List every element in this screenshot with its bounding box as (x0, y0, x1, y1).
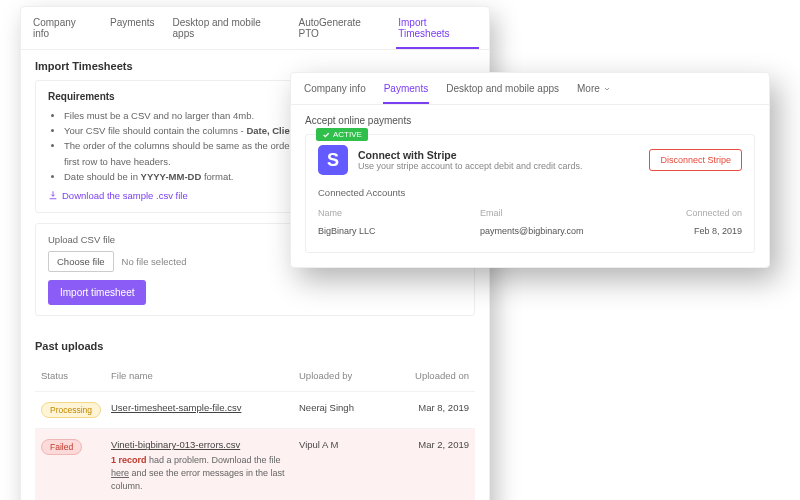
col-file: File name (111, 370, 299, 381)
col-status: Status (41, 370, 111, 381)
accounts-header: Name Email Connected on (318, 204, 742, 222)
check-icon (322, 131, 330, 139)
file-link[interactable]: Vineti-bigbinary-013-errors.csv (111, 439, 240, 450)
active-badge: ACTIVE (316, 128, 368, 141)
past-uploads-section: Past uploads Status File name Uploaded b… (21, 332, 489, 500)
no-file-text: No file selected (122, 256, 187, 267)
table-row: Processing User-timesheet-sample-file.cs… (35, 392, 475, 429)
tab-apps[interactable]: Desktop and mobile apps (171, 7, 283, 49)
import-timesheet-button[interactable]: Import timesheet (48, 280, 146, 305)
payments-panel: Company info Payments Desktop and mobile… (290, 72, 770, 268)
uploaded-on: Mar 8, 2019 (389, 402, 469, 413)
error-download-link[interactable]: here (111, 468, 129, 478)
tab-more[interactable]: More (576, 73, 612, 104)
col-email: Email (480, 208, 642, 218)
tab-apps[interactable]: Desktop and mobile apps (445, 73, 560, 104)
tabs: Company info Payments Desktop and mobile… (21, 7, 489, 50)
col-name: Name (318, 208, 480, 218)
error-message: 1 record had a problem. Download the fil… (111, 454, 299, 492)
stripe-row: S Connect with Stripe Use your stripe ac… (318, 145, 742, 175)
stripe-text: Connect with Stripe Use your stripe acco… (358, 149, 583, 171)
tab-company-info[interactable]: Company info (31, 7, 94, 49)
stripe-title: Connect with Stripe (358, 149, 583, 161)
accept-payments-heading: Accept online payments (305, 115, 755, 126)
tab-payments[interactable]: Payments (108, 7, 156, 49)
overlay-body: Accept online payments ACTIVE S Connect … (291, 105, 769, 267)
overlay-tabs: Company info Payments Desktop and mobile… (291, 73, 769, 105)
uploaded-by: Vipul A M (299, 439, 389, 450)
account-connected-on: Feb 8, 2019 (642, 226, 742, 236)
download-sample-link[interactable]: Download the sample .csv file (48, 190, 188, 201)
col-connected-on: Connected on (642, 208, 742, 218)
col-by: Uploaded by (299, 370, 389, 381)
table-row: Failed Vineti-bigbinary-013-errors.csv 1… (35, 429, 475, 500)
choose-file-button[interactable]: Choose file (48, 251, 114, 272)
status-badge: Processing (41, 402, 101, 418)
download-sample-label: Download the sample .csv file (62, 190, 188, 201)
tab-import-timesheets[interactable]: Import Timesheets (396, 7, 479, 49)
account-name: BigBinary LLC (318, 226, 480, 236)
chevron-down-icon (603, 85, 611, 93)
tab-payments[interactable]: Payments (383, 73, 429, 104)
account-email: payments@bigbinary.com (480, 226, 642, 236)
page-title: Import Timesheets (35, 60, 475, 72)
tab-pto[interactable]: AutoGenerate PTO (297, 7, 383, 49)
tab-company-info[interactable]: Company info (303, 73, 367, 104)
uploaded-by: Neeraj Singh (299, 402, 389, 413)
past-uploads-heading: Past uploads (35, 340, 475, 352)
col-on: Uploaded on (389, 370, 469, 381)
stripe-card: ACTIVE S Connect with Stripe Use your st… (305, 134, 755, 253)
disconnect-stripe-button[interactable]: Disconnect Stripe (649, 149, 742, 171)
table-header: Status File name Uploaded by Uploaded on (35, 360, 475, 392)
uploaded-on: Mar 2, 2019 (389, 439, 469, 450)
file-link[interactable]: User-timesheet-sample-file.csv (111, 402, 241, 413)
stripe-subtitle: Use your stripe account to accept debit … (358, 161, 583, 171)
connected-accounts-label: Connected Accounts (318, 187, 742, 198)
download-icon (48, 190, 58, 200)
stripe-logo-icon: S (318, 145, 348, 175)
account-row: BigBinary LLC payments@bigbinary.com Feb… (318, 222, 742, 240)
status-badge: Failed (41, 439, 82, 455)
